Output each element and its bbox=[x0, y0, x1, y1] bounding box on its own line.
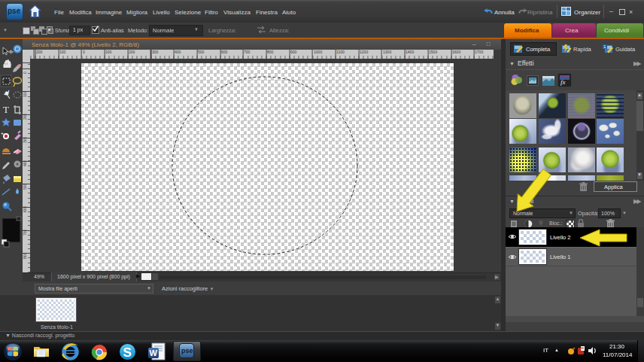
svg-text:W: W bbox=[150, 348, 158, 357]
svg-text:S: S bbox=[123, 345, 132, 360]
svg-text:T: T bbox=[3, 104, 9, 115]
svg-text:fx: fx bbox=[560, 78, 566, 86]
